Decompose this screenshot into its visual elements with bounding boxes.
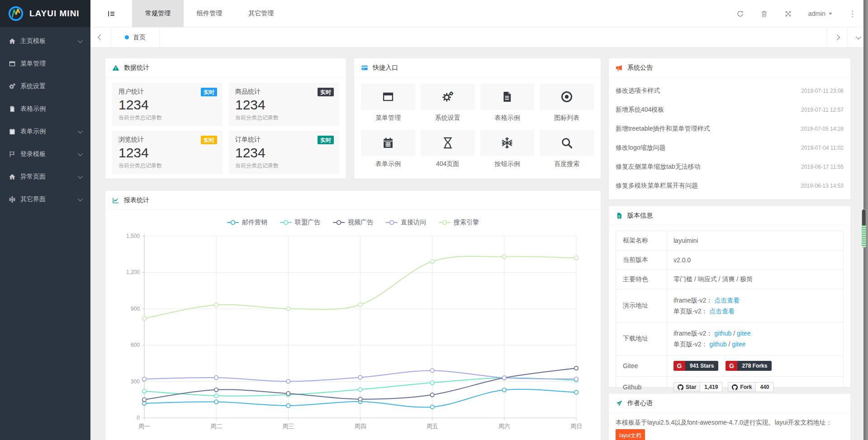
version-row: 主要特色零门槛 / 响应式 / 清爽 / 极简 xyxy=(616,270,844,289)
sidebar-item-label: 登录模板 xyxy=(20,150,46,158)
quick-entry-label: 百度搜索 xyxy=(540,160,594,168)
app-logo[interactable]: LAYUI MINI xyxy=(0,0,90,27)
quick-entry-图标列表[interactable]: 图标列表 xyxy=(540,84,594,122)
sidebar-item-label: 菜单管理 xyxy=(20,60,46,68)
sidebar-item[interactable]: 登录模板 xyxy=(0,143,90,166)
tab-scroll-right-button[interactable] xyxy=(826,28,847,47)
link-点击查看[interactable]: 点击查看 xyxy=(714,297,740,304)
link-github[interactable]: github xyxy=(714,330,731,337)
version-row: 演示地址iframe版-v2： 点击查看单页版-v2： 点击查看 xyxy=(616,289,844,322)
link-github[interactable]: github xyxy=(709,341,726,348)
gitee-logo-icon: G xyxy=(726,361,737,371)
sidebar-item[interactable]: 异常页面 xyxy=(0,166,90,188)
stats-grid: 用户统计实时1234当前分类总记录数商品统计实时1234当前分类总记录数浏览统计… xyxy=(105,77,346,180)
gitee-badge[interactable]: G278 Forks xyxy=(726,361,772,371)
version-value: v2.0.0 xyxy=(674,256,691,264)
version-line: iframe版-v2： github / gitee xyxy=(674,328,836,339)
tabbar-spacer xyxy=(160,28,826,47)
legend-item[interactable]: 搜索引擎 xyxy=(439,217,479,228)
link-点击查看[interactable]: 点击查看 xyxy=(709,308,735,315)
scrollbar-thumb-top xyxy=(862,209,866,225)
clear-cache-trash-icon[interactable] xyxy=(760,10,768,18)
card-version-info: 版本信息 框架名称layuimini当前版本v2.0.0主要特色零门槛 / 响应… xyxy=(609,206,850,387)
refresh-icon[interactable] xyxy=(736,10,744,18)
github-badge[interactable]: Star1,419 xyxy=(674,382,722,392)
tab-scroll-left-button[interactable] xyxy=(90,28,111,47)
quick-entry-按钮示例[interactable]: 按钮示例 xyxy=(480,130,535,168)
legend-item[interactable]: 直接访问 xyxy=(386,217,426,228)
quick-entry-label: 系统设置 xyxy=(421,114,475,122)
version-table: 框架名称layuimini当前版本v2.0.0主要特色零门槛 / 响应式 / 清… xyxy=(616,231,844,398)
sidebar-item-label: 表格示例 xyxy=(20,105,46,113)
notice-text: 新增系统404模板 xyxy=(616,106,664,114)
quick-entry-百度搜索[interactable]: 百度搜索 xyxy=(540,130,594,168)
header-tab[interactable]: 常规管理 xyxy=(132,0,184,27)
sidebar-item[interactable]: 系统设置 xyxy=(0,75,90,98)
quick-tiles: 菜单管理系统设置表格示例图标列表表单示例404页面按钮示例百度搜索 xyxy=(354,77,601,175)
svg-text:周六: 周六 xyxy=(498,423,510,430)
stat-box: 商品统计实时1234当前分类总记录数 xyxy=(229,83,339,126)
version-line: 单页版-v2： github / gitee xyxy=(674,339,836,350)
legend-label: 视频广告 xyxy=(348,218,373,227)
github-badge[interactable]: Fork440 xyxy=(728,382,773,392)
sidebar: LAYUI MINI 主页模板菜单管理系统设置表格示例表单示例登录模板异常页面其… xyxy=(0,0,90,440)
quick-entry-系统设置[interactable]: 系统设置 xyxy=(421,84,475,122)
chevron-down-icon xyxy=(78,174,83,179)
sidebar-item[interactable]: 表格示例 xyxy=(0,98,90,120)
sidebar-item-label: 主页模板 xyxy=(20,37,46,45)
sidebar-toggle-icon[interactable] xyxy=(90,0,132,27)
svg-text:周五: 周五 xyxy=(427,423,438,430)
notice-date: 2019-06-17 11:55 xyxy=(801,164,844,170)
quick-entry-label: 按钮示例 xyxy=(480,160,535,168)
more-options-icon[interactable]: ⋮ xyxy=(849,9,856,19)
fullscreen-icon[interactable] xyxy=(784,10,792,18)
user-menu[interactable]: admin xyxy=(808,10,832,17)
version-line: iframe版-v2： 点击查看 xyxy=(674,295,836,306)
sidebar-item[interactable]: 表单示例 xyxy=(0,120,90,143)
link-gitee[interactable]: gitee xyxy=(732,341,745,348)
main-area: 常规管理组件管理其它管理 admin ⋮ 首页 xyxy=(90,0,868,440)
notice-row: 新增系统404模板2019-07-11 12:57 xyxy=(616,100,844,119)
quick-entry-菜单管理[interactable]: 菜单管理 xyxy=(361,84,415,122)
page-scrollbar-thumb[interactable] xyxy=(862,209,866,248)
notice-row: 新增treetable插件和菜单管理样式2019-07-05 14:28 xyxy=(616,119,844,138)
legend-marker-icon xyxy=(227,220,239,225)
card-title: 作者心语 xyxy=(627,399,653,407)
legend-label: 联盟广告 xyxy=(295,218,320,227)
quick-entry-404页面[interactable]: 404页面 xyxy=(421,130,475,168)
line-chart-icon xyxy=(112,197,119,204)
sidebar-item[interactable]: 主页模板 xyxy=(0,30,90,52)
version-key: 下载地址 xyxy=(616,322,667,355)
notice-row: 修改选项卡样式2019-07-11 23:06 xyxy=(616,81,844,100)
sidebar-item[interactable]: 菜单管理 xyxy=(0,52,90,75)
sidebar-item[interactable]: 其它界面 xyxy=(0,188,90,211)
svg-text:300: 300 xyxy=(131,378,140,385)
legend-item[interactable]: 联盟广告 xyxy=(280,217,320,228)
header-tab[interactable]: 其它管理 xyxy=(235,0,287,27)
quick-entry-表格示例[interactable]: 表格示例 xyxy=(480,84,535,122)
sidebar-item-label: 异常页面 xyxy=(20,173,46,181)
quick-entry-表单示例[interactable]: 表单示例 xyxy=(361,130,415,168)
sidebar-item-label: 其它界面 xyxy=(20,195,46,203)
version-row: 框架名称layuimini xyxy=(616,231,844,251)
header-tab[interactable]: 组件管理 xyxy=(184,0,235,27)
legend-marker-icon xyxy=(280,220,292,225)
gitee-badge[interactable]: G941 Stars xyxy=(674,361,718,371)
github-count: 440 xyxy=(756,382,773,392)
notice-text: 修改选项卡样式 xyxy=(616,87,660,95)
bullhorn-icon xyxy=(616,64,623,71)
notice-date: 2019-07-11 23:06 xyxy=(801,88,844,94)
legend-item[interactable]: 邮件营销 xyxy=(227,217,267,228)
credit-card-icon xyxy=(361,64,368,71)
left-column: 数据统计 用户统计实时1234当前分类总记录数商品统计实时1234当前分类总记录… xyxy=(105,58,601,440)
version-value: layuimini xyxy=(674,237,698,244)
svg-text:周四: 周四 xyxy=(355,423,366,430)
layui-doc-badge[interactable]: layui文档 xyxy=(616,429,645,440)
stat-box: 浏览统计实时1234当前分类总记录数 xyxy=(112,131,223,174)
version-key: 框架名称 xyxy=(616,231,667,251)
legend-item[interactable]: 视频广告 xyxy=(333,217,373,228)
page-content: 数据统计 用户统计实时1234当前分类总记录数商品统计实时1234当前分类总记录… xyxy=(90,47,868,440)
tab-home[interactable]: 首页 xyxy=(111,28,160,47)
chevron-down-icon xyxy=(856,34,862,40)
link-gitee[interactable]: gitee xyxy=(737,330,750,337)
